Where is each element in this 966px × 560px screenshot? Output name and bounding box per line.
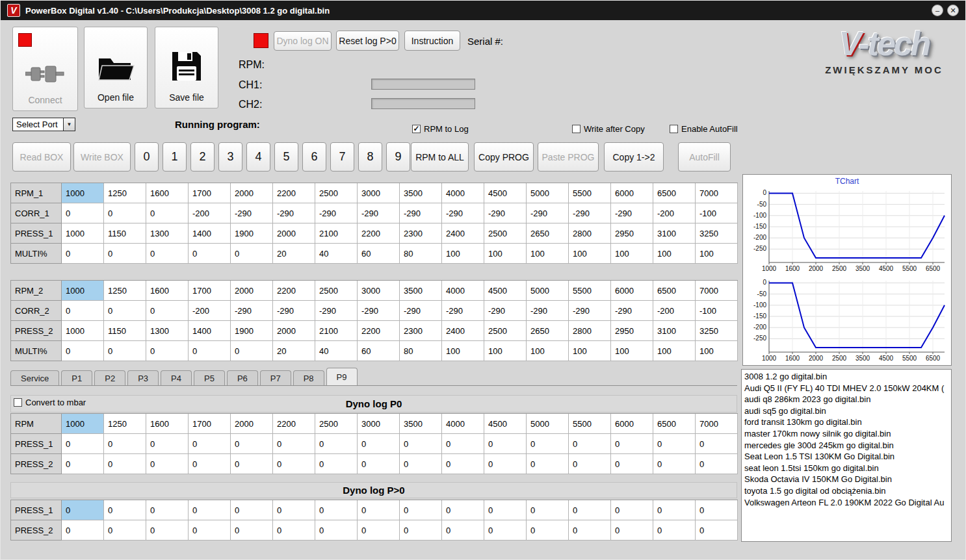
grid-cell[interactable]: 1000	[62, 223, 104, 244]
grid-cell[interactable]: 3100	[653, 321, 696, 341]
grid-cell[interactable]: 0	[146, 301, 189, 321]
grid-cell[interactable]: 100	[527, 341, 569, 361]
tab-p6[interactable]: P6	[227, 370, 258, 385]
grid-cell[interactable]: 0	[62, 454, 104, 474]
grid-cell[interactable]: 100	[696, 244, 738, 264]
grid-cell[interactable]: 0	[569, 520, 611, 541]
grid-cell[interactable]: 60	[358, 341, 400, 361]
grid-cell[interactable]: 2500	[315, 183, 358, 203]
file-list-item[interactable]: 3008 1.2 go digital.bin	[742, 371, 951, 383]
grid-cell[interactable]: -290	[315, 301, 358, 321]
grid-cell[interactable]: 100	[696, 341, 738, 361]
grid-cell[interactable]: 0	[62, 500, 104, 520]
grid-cell[interactable]: -290	[400, 203, 442, 223]
grid-cell[interactable]: 100	[611, 244, 653, 264]
grid-cell[interactable]: 2300	[400, 223, 442, 244]
grid-cell[interactable]: 0	[611, 520, 653, 541]
grid-cell[interactable]: 0	[62, 203, 104, 223]
grid-cell[interactable]: 1600	[146, 183, 189, 203]
grid-cell[interactable]: 4000	[442, 183, 484, 203]
grid-cell[interactable]: 1000	[62, 183, 104, 203]
grid-cell[interactable]: 1250	[104, 281, 146, 301]
grid-cell[interactable]: 100	[569, 341, 611, 361]
grid-cell[interactable]: 0	[400, 500, 442, 520]
grid-cell[interactable]: 0	[442, 454, 484, 474]
tab-p1[interactable]: P1	[61, 370, 92, 385]
grid-cell[interactable]: 0	[696, 500, 738, 520]
grid-cell[interactable]: -290	[611, 301, 653, 321]
grid-cell[interactable]: -290	[273, 301, 315, 321]
copy-prog-button[interactable]: Copy PROG	[474, 142, 534, 172]
grid-cell[interactable]: 4500	[484, 183, 527, 203]
grid-cell[interactable]: 0	[146, 341, 189, 361]
grid-cell[interactable]: 0	[62, 244, 104, 264]
grid-cell[interactable]: 5500	[569, 183, 611, 203]
grid-cell[interactable]: 1250	[104, 414, 146, 434]
minimize-button[interactable]: –	[932, 5, 943, 16]
grid-cell[interactable]: 0	[696, 434, 738, 454]
grid-cell[interactable]: 0	[611, 454, 653, 474]
grid-cell[interactable]: 0	[400, 434, 442, 454]
grid-cell[interactable]: 0	[146, 434, 189, 454]
grid-cell[interactable]: 1000	[62, 414, 104, 434]
digit-button-0[interactable]: 0	[135, 142, 159, 172]
grid-cell[interactable]: 0	[273, 520, 315, 541]
grid-cell[interactable]: -290	[611, 203, 653, 223]
grid-cell[interactable]: 6500	[653, 281, 696, 301]
grid-cell[interactable]: 2400	[442, 321, 484, 341]
grid-cell[interactable]: 0	[146, 244, 189, 264]
grid-cell[interactable]: 100	[569, 244, 611, 264]
grid-cell[interactable]: 2950	[611, 321, 653, 341]
grid-cell[interactable]: 0	[189, 520, 231, 541]
grid-cell[interactable]: -290	[273, 203, 315, 223]
grid-cell[interactable]: 0	[400, 520, 442, 541]
grid-cell[interactable]: 0	[611, 434, 653, 454]
grid-cell[interactable]: 2200	[273, 414, 315, 434]
grid-cell[interactable]: 0	[189, 341, 231, 361]
grid-cell[interactable]: 0	[527, 500, 569, 520]
grid-cell[interactable]: 0	[442, 500, 484, 520]
file-list-item[interactable]: toyota 1.5 go digital od obciążenia.bin	[742, 485, 951, 497]
grid-cell[interactable]: 0	[189, 454, 231, 474]
paste-prog-button[interactable]: Paste PROG	[538, 142, 599, 172]
grid-cell[interactable]: 0	[62, 341, 104, 361]
digit-button-7[interactable]: 7	[330, 142, 354, 172]
enable-autofill-checkbox[interactable]: Enable AutoFill	[670, 124, 738, 134]
grid-cell[interactable]: -290	[484, 203, 527, 223]
close-button[interactable]: ✕	[947, 5, 959, 16]
grid-cell[interactable]: 0	[231, 500, 273, 520]
grid-cell[interactable]: 100	[442, 341, 484, 361]
grid-cell[interactable]: 0	[189, 500, 231, 520]
grid-cell[interactable]: -290	[442, 301, 484, 321]
grid-cell[interactable]: 4500	[484, 281, 527, 301]
grid-cell[interactable]: 0	[400, 454, 442, 474]
grid-cell[interactable]: 0	[611, 500, 653, 520]
grid-cell[interactable]: 0	[484, 434, 527, 454]
autofill-button[interactable]: AutoFill	[678, 142, 731, 172]
grid-cell[interactable]: 1150	[104, 223, 146, 244]
save-file-button[interactable]: Save file	[155, 27, 218, 108]
grid-cell[interactable]: 7000	[696, 183, 738, 203]
grid-cell[interactable]: -290	[358, 301, 400, 321]
rpm-to-log-checkbox[interactable]: RPM to Log	[412, 124, 469, 134]
grid-cell[interactable]: 0	[569, 454, 611, 474]
grid-cell[interactable]: 100	[653, 244, 696, 264]
grid-cell[interactable]: 60	[358, 244, 400, 264]
tab-p5[interactable]: P5	[194, 370, 225, 385]
grid-cell[interactable]: 0	[484, 520, 527, 541]
grid-cell[interactable]: 100	[484, 244, 527, 264]
grid-cell[interactable]: 100	[442, 244, 484, 264]
grid-cell[interactable]: 0	[62, 301, 104, 321]
grid-cell[interactable]: -290	[569, 301, 611, 321]
grid-cell[interactable]: 1000	[62, 281, 104, 301]
grid-cell[interactable]: 2200	[358, 321, 400, 341]
grid-cell[interactable]: 6000	[611, 414, 653, 434]
grid-cell[interactable]: 0	[315, 520, 358, 541]
grid-cell[interactable]: 2500	[484, 223, 527, 244]
grid-cell[interactable]: 2500	[484, 321, 527, 341]
grid-cell[interactable]: 0	[273, 454, 315, 474]
grid-cell[interactable]: 3000	[358, 414, 400, 434]
grid-cell[interactable]: 2200	[273, 281, 315, 301]
grid-cell[interactable]: -290	[358, 203, 400, 223]
grid-cell[interactable]: 0	[273, 434, 315, 454]
